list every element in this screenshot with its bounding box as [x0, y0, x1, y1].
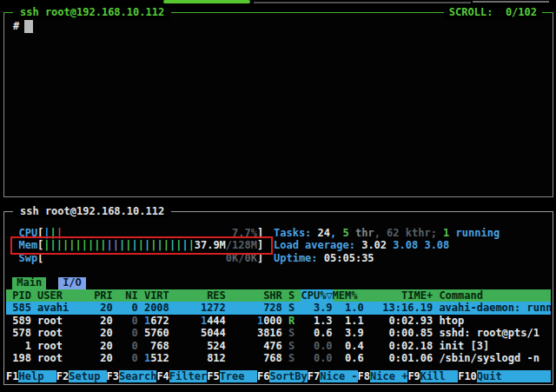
process-row[interactable]: 198root2001512812768S0.00.60:01.06/sbin/… [6, 352, 551, 364]
process-row[interactable]: 585avahi20020081272728S3.91.013:16.19ava… [6, 302, 551, 314]
column-header-cpu[interactable]: CPU%▽ [301, 289, 332, 302]
terminal-pane-top[interactable]: ssh root@192.168.10.112 SCROLL: 0/102 # [3, 12, 553, 197]
tasks-line: Tasks: 24, 5 thr, 62 kthr; 1 running [274, 227, 500, 239]
fkey-f5[interactable]: F5 [207, 370, 219, 382]
fkey-label-f5[interactable]: Tree [220, 370, 257, 382]
fkey-f2[interactable]: F2 [56, 370, 69, 382]
text-cursor-icon [24, 20, 33, 33]
process-row[interactable]: 1root200768524476S0.00.40:02.18init [3] [6, 340, 551, 352]
fkey-label-f10[interactable]: Quit [477, 370, 551, 382]
column-header-res[interactable]: RES [175, 289, 226, 302]
column-header-mem[interactable]: MEM% [333, 289, 364, 302]
cpu-meter-bar: |||7.7% [43, 227, 257, 239]
bottom-pane-title: ssh root@192.168.10.112 [13, 205, 171, 218]
fkey-label-f2[interactable]: Setup [69, 370, 106, 382]
tab-main[interactable]: Main [12, 277, 46, 289]
process-table-header: PIDUSERPRINIVIRTRESSHRSCPU%▽MEM%TIME+Com… [6, 289, 551, 302]
fkey-f1[interactable]: F1 [6, 370, 18, 382]
terminal-pane-bottom[interactable]: ssh root@192.168.10.112 CPU[|||7.7%] Mem… [3, 211, 553, 385]
swp-meter-value: 0K/0K [226, 252, 257, 264]
function-key-bar: F1HelpF2SetupF3SearchF4FilterF5TreeF6Sor… [6, 370, 551, 382]
load-line: Load average: 3.02 3.08 3.08 [274, 239, 500, 251]
blank-line [6, 264, 551, 276]
column-header-time[interactable]: TIME+ [370, 289, 433, 302]
process-row[interactable]: 578root200576050443816S0.63.90:00.85sshd… [6, 327, 551, 339]
terminal-input-area[interactable]: # [4, 13, 553, 196]
mem-meter-value: 37.9M/128M [195, 239, 257, 251]
column-header-s[interactable]: S [288, 289, 295, 302]
scroll-value: 0/102 [506, 6, 537, 18]
uptime-line: Uptime: 05:05:35 [274, 252, 500, 264]
fkey-label-f8[interactable]: Nice + [370, 370, 407, 382]
column-header-virt[interactable]: VIRT [144, 289, 169, 302]
swp-meter-bar: 0K/0K [43, 252, 257, 264]
screen-artifact-green-bar [163, 0, 250, 3]
fkey-f7[interactable]: F7 [308, 370, 320, 382]
column-header-ni[interactable]: NI [119, 289, 138, 302]
column-header-pid[interactable]: PID [6, 289, 31, 302]
fkey-f3[interactable]: F3 [107, 370, 119, 382]
process-table: 585avahi20020081272728S3.91.013:16.19ava… [6, 302, 551, 364]
tab-io[interactable]: I/O [58, 277, 86, 289]
fkey-label-f1[interactable]: Help [18, 370, 56, 382]
summary-section: Tasks: 24, 5 thr, 62 kthr; 1 runningLoad… [274, 227, 500, 264]
screen-artifact-gray-line [254, 2, 471, 3]
tab-bar: MainI/O [6, 277, 551, 289]
scroll-indicator: SCROLL: 0/102 [444, 6, 542, 19]
fkey-label-f9[interactable]: Kill [420, 370, 458, 382]
column-header-pri[interactable]: PRI [94, 289, 113, 302]
process-row[interactable]: 589root200167214441000R1.31.10:02.93htop [6, 315, 551, 327]
fkey-f10[interactable]: F10 [458, 370, 477, 382]
fkey-f4[interactable]: F4 [156, 370, 169, 382]
fkey-f8[interactable]: F8 [358, 370, 370, 382]
top-pane-title: ssh root@192.168.10.112 [13, 6, 171, 19]
fkey-f6[interactable]: F6 [257, 370, 269, 382]
swp-meter-label: Swp [18, 252, 37, 264]
scroll-label: SCROLL: [449, 6, 493, 18]
fkey-label-f4[interactable]: Filter [169, 370, 207, 382]
cpu-meter-label: CPU [18, 227, 37, 239]
fkey-label-f6[interactable]: SortBy [269, 370, 307, 382]
meter-section: CPU[|||7.7%] Mem[|||||||||||||||||||||||… [6, 227, 551, 264]
terminal-prompt: # [13, 20, 19, 32]
mem-meter-bar: ||||||||||||||||||||||||37.9M/128M [43, 239, 257, 251]
mem-meter-label: Mem [18, 239, 37, 251]
htop-screen: CPU[|||7.7%] Mem[|||||||||||||||||||||||… [4, 212, 553, 384]
column-header-user[interactable]: USER [37, 289, 94, 302]
column-header-shr[interactable]: SHR [232, 289, 282, 302]
screen-artifact-gray-line-2 [473, 1, 549, 3]
fkey-label-f7[interactable]: Nice - [320, 370, 357, 382]
fkey-f9[interactable]: F9 [407, 370, 420, 382]
cpu-meter-value: 7.7% [232, 227, 257, 239]
fkey-label-f3[interactable]: Search [119, 370, 156, 382]
column-header-cmd[interactable]: Command [439, 289, 551, 302]
